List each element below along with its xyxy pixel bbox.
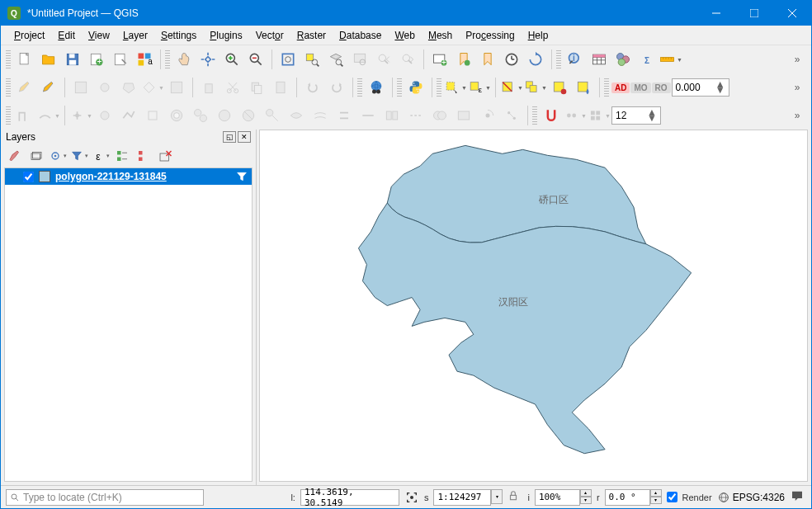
filter-by-expression-button[interactable]: ε▾ [92,147,110,165]
layout-manager-button[interactable] [109,48,132,71]
menu-plugins[interactable]: Plugins [203,28,248,43]
refresh-button[interactable] [524,48,547,71]
minimize-button[interactable] [697,1,735,26]
toolbar-handle[interactable] [397,78,402,97]
menu-vector[interactable]: Vector [249,28,290,43]
menu-raster[interactable]: Raster [290,28,333,43]
select-all-button[interactable]: ▼ [524,76,547,99]
lock-scale-button[interactable] [508,490,522,504]
menu-processing[interactable]: Processing [459,28,521,43]
locator-placeholder: Type to locate (Ctrl+K) [23,492,122,503]
zoom-full-button[interactable] [276,48,300,71]
pan-to-selection-button[interactable] [196,48,220,71]
manage-map-themes-button[interactable]: ▾ [49,147,67,165]
collapse-all-button[interactable] [135,147,153,165]
coordinate-field[interactable]: 114.3619, 30.5149 [300,489,399,506]
measure-button[interactable]: ▼ [659,48,682,71]
remove-layer-button[interactable] [156,147,174,165]
map-canvas[interactable]: 硚口区 汉阳区 [259,130,808,482]
toggle-extents-button[interactable] [404,490,419,505]
style-manager-button[interactable]: a [133,48,156,71]
magnifier-spinner[interactable]: ▴▾ [580,489,592,506]
svg-rect-25 [306,54,313,60]
magnifier-field[interactable]: 100% [535,489,580,506]
layer-row[interactable]: polygon-221129-131845 [5,168,252,185]
open-attribute-table-button[interactable] [588,48,611,71]
menu-web[interactable]: Web [388,28,421,43]
pan-button[interactable] [172,48,196,71]
identify-button[interactable]: i [564,48,587,71]
zoom-out-button[interactable] [244,48,267,71]
crs-button[interactable]: EPSG:4326 [717,491,785,504]
filter-legend-button[interactable]: ▾ [70,147,88,165]
render-checkbox[interactable] [667,492,677,502]
svg-rect-86 [149,111,157,120]
zoom-in-button[interactable] [220,48,243,71]
show-bookmarks-button[interactable] [476,48,499,71]
new-spatial-bookmark-button[interactable] [452,48,475,71]
menu-settings[interactable]: Settings [154,28,203,43]
add-group-button[interactable] [27,147,45,165]
messages-button[interactable] [790,488,806,506]
enable-snapping-button[interactable] [540,104,563,127]
maximize-button[interactable] [735,1,773,26]
select-by-value-button[interactable]: ε▼ [468,76,491,99]
open-project-button[interactable] [37,48,60,71]
menu-mesh[interactable]: Mesh [422,28,459,43]
toolbar-handle[interactable] [556,50,561,68]
new-print-layout-button[interactable]: + [85,48,108,71]
toolbar-handle[interactable] [437,78,441,97]
svg-rect-108 [591,111,595,115]
toolbar-overflow[interactable]: » [788,54,806,65]
metasearch-button[interactable] [365,76,388,99]
svg-point-70 [372,90,376,94]
rotation-field[interactable]: 0.0 ° [605,489,650,506]
menu-database[interactable]: Database [333,28,388,43]
scale-dropdown[interactable]: ▾ [491,489,503,506]
layers-panel-close-button[interactable]: ✕ [238,131,251,143]
menu-project[interactable]: Project [7,28,51,43]
layer-visibility-checkbox[interactable] [23,172,34,182]
toolbar-handle[interactable] [6,106,11,125]
ad-badge[interactable]: AD [611,82,630,93]
svg-rect-110 [591,116,595,120]
toolbar-handle[interactable] [6,50,11,68]
toggle-editing-button[interactable] [37,76,60,99]
menu-layer[interactable]: Layer [116,28,154,43]
toolbar-handle[interactable] [357,78,362,97]
toolbar-handle[interactable] [532,106,537,125]
menu-edit[interactable]: Edit [51,28,82,43]
layers-panel-float-button[interactable]: ◱ [223,131,236,143]
deselect-all-button[interactable]: ▼ [500,76,523,99]
invert-selection-button[interactable] [548,76,571,99]
toolbar-handle[interactable] [165,50,170,68]
toolbar-overflow[interactable]: » [788,110,806,121]
globe-icon [717,491,730,504]
rotation-spinner[interactable]: ▴▾ [650,489,662,506]
menu-help[interactable]: Help [522,28,555,43]
field-calculator-button[interactable] [611,48,635,71]
scale-field[interactable]: 1:124297 [433,489,491,506]
menu-view[interactable]: View [82,28,116,43]
python-console-button[interactable] [404,76,427,99]
layer-tree[interactable]: polygon-221129-131845 [4,167,253,482]
select-by-location-button[interactable] [572,76,595,99]
select-features-button[interactable]: ▼ [444,76,467,99]
save-project-button[interactable] [61,48,84,71]
svg-point-37 [465,60,470,66]
close-button[interactable] [773,1,811,26]
toolbar-handle[interactable] [604,78,609,97]
new-map-view-button[interactable]: + [428,48,451,71]
open-layer-styling-button[interactable] [6,147,24,165]
statistical-summary-button[interactable]: Σ [635,48,659,71]
toolbar-handle[interactable] [6,78,11,97]
expand-all-button[interactable] [113,147,131,165]
locator-input[interactable]: Type to locate (Ctrl+K) [6,489,204,506]
snapping-tolerance-spinner[interactable]: 12▲▼ [611,106,661,125]
zoom-layer-button[interactable] [324,48,347,71]
zoom-selection-button[interactable] [300,48,323,71]
new-project-button[interactable] [13,48,36,71]
temporal-controller-button[interactable] [500,48,523,71]
toolbar-overflow[interactable]: » [788,82,806,93]
coord-spinner[interactable]: 0.000▲▼ [672,78,729,97]
